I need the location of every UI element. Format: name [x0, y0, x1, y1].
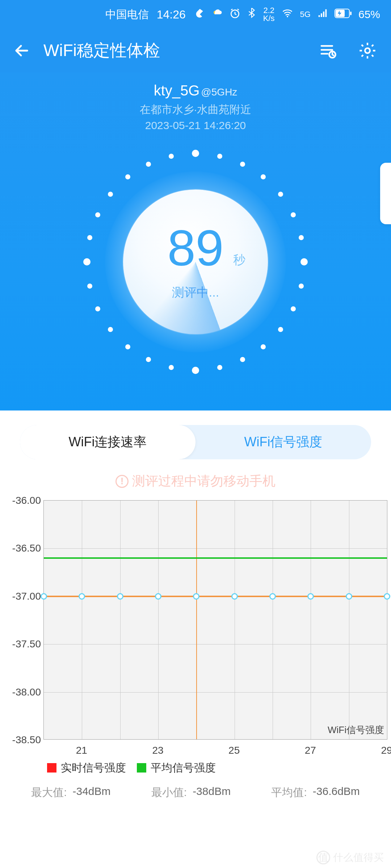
- x-tick-label: 25: [228, 745, 240, 756]
- back-button[interactable]: [11, 40, 33, 61]
- legend-label-realtime: 实时信号强度: [61, 762, 126, 774]
- legend-label-average: 平均信号强度: [151, 762, 216, 774]
- x-tick-label: 27: [305, 745, 316, 756]
- stat-min-label: 最小值:: [151, 785, 187, 800]
- chart-cursor: [196, 501, 197, 739]
- battery-icon: [335, 8, 352, 21]
- stat-min: 最小值: -38dBm: [151, 785, 231, 800]
- legend-swatch-realtime: [47, 763, 56, 773]
- weather-icon: [212, 8, 223, 21]
- y-tick-label: -38.50: [1, 734, 41, 746]
- data-marker: [117, 593, 123, 600]
- gauge-core: 89 秒 测评中...: [123, 190, 268, 334]
- countdown-value: 89: [167, 220, 224, 276]
- stat-avg-label: 平均值:: [271, 785, 307, 800]
- data-marker: [384, 593, 390, 600]
- ssid-freq: @5GHz: [201, 86, 237, 98]
- svg-rect-5: [350, 12, 352, 15]
- signal-chart[interactable]: WiFi信号强度 -36.00-36.50-37.00-37.50-38.00-…: [0, 500, 391, 782]
- avg-line: [44, 557, 387, 559]
- countdown-unit: 秒: [233, 252, 245, 268]
- stat-min-value: -38dBm: [193, 785, 231, 800]
- svg-point-7: [365, 48, 370, 53]
- legend-item-realtime: 实时信号强度: [47, 761, 126, 775]
- page-title: WiFi稳定性体检: [43, 39, 300, 62]
- chart-axis-tag: WiFi信号强度: [328, 724, 384, 736]
- chart-legend: 实时信号强度 平均信号强度: [47, 761, 216, 775]
- x-tick-label: 29: [381, 745, 391, 756]
- tab-signal-strength[interactable]: WiFi信号强度: [196, 425, 371, 459]
- metric-tabs: WiFi连接速率 WiFi信号强度: [20, 425, 371, 459]
- x-tick-label: 21: [76, 745, 87, 756]
- x-tick-label: 23: [152, 745, 163, 756]
- stat-max-label: 最大值:: [31, 785, 67, 800]
- warning-icon: !: [115, 475, 129, 488]
- stat-avg: 平均值: -36.6dBm: [271, 785, 360, 800]
- data-marker: [193, 593, 199, 600]
- data-marker: [346, 593, 352, 600]
- data-marker: [155, 593, 161, 600]
- y-tick-label: -38.00: [1, 686, 41, 698]
- watermark-icon: 值: [316, 851, 330, 864]
- svg-point-2: [287, 16, 288, 17]
- wifi-icon: [281, 8, 294, 21]
- data-marker: [307, 593, 314, 600]
- data-marker: [41, 593, 47, 600]
- ssid-row: kty_5G@5GHz: [154, 82, 237, 99]
- net-rate-value: 2.2: [263, 7, 274, 14]
- signal-icon: [317, 8, 328, 21]
- location-line: 在都市水乡·水曲苑附近: [140, 102, 251, 117]
- y-tick-label: -37.00: [1, 591, 41, 602]
- y-tick-label: -36.00: [1, 495, 41, 506]
- stat-max-value: -34dBm: [72, 785, 110, 800]
- chart-plot-area[interactable]: WiFi信号强度 -36.00-36.50-37.00-37.50-38.00-…: [43, 500, 387, 740]
- net-rate-unit: K/s: [263, 14, 275, 22]
- stat-max: 最大值: -34dBm: [31, 785, 110, 800]
- tab-link-rate[interactable]: WiFi连接速率: [20, 425, 196, 459]
- bluetooth-icon: [247, 8, 257, 21]
- history-button[interactable]: [315, 38, 340, 63]
- net-rate: 2.2 K/s: [263, 7, 275, 22]
- alarm-icon: [229, 8, 241, 22]
- stat-avg-value: -36.6dBm: [313, 785, 360, 800]
- gauge-status: 测评中...: [172, 284, 219, 301]
- stats-row: 最大值: -34dBm 最小值: -38dBm 平均值: -36.6dBm: [0, 785, 391, 800]
- data-marker: [79, 593, 85, 600]
- data-marker: [269, 593, 276, 600]
- warning-text: 测评过程中请勿移动手机: [132, 472, 276, 490]
- y-tick-label: -36.50: [1, 542, 41, 554]
- countdown-gauge: 89 秒 测评中...: [80, 146, 311, 378]
- data-marker: [231, 593, 238, 600]
- watermark: 值 什么值得买: [316, 851, 384, 864]
- timestamp: 2023-05-21 14:26:20: [145, 119, 246, 132]
- side-drawer-handle[interactable]: [380, 163, 391, 224]
- app-bar: WiFi稳定性体检: [0, 29, 391, 72]
- carrier-label: 中国电信: [105, 7, 149, 22]
- hero-panel: kty_5G@5GHz 在都市水乡·水曲苑附近 2023-05-21 14:26…: [0, 72, 391, 410]
- watermark-text: 什么值得买: [333, 851, 384, 864]
- net-type: 5G: [300, 10, 311, 18]
- y-tick-label: -37.50: [1, 638, 41, 650]
- ssid-name: kty_5G: [154, 82, 200, 98]
- legend-item-average: 平均信号强度: [137, 761, 216, 775]
- realtime-line: [44, 596, 387, 597]
- leaf-icon: [194, 8, 205, 21]
- status-time: 14:26: [157, 8, 186, 21]
- status-bar: 中国电信 14:26 2.2 K/s 5G 65%: [0, 0, 391, 29]
- warning-banner: ! 测评过程中请勿移动手机: [0, 472, 391, 490]
- legend-swatch-average: [137, 763, 146, 773]
- settings-button[interactable]: [355, 38, 380, 63]
- battery-percent: 65%: [358, 8, 380, 21]
